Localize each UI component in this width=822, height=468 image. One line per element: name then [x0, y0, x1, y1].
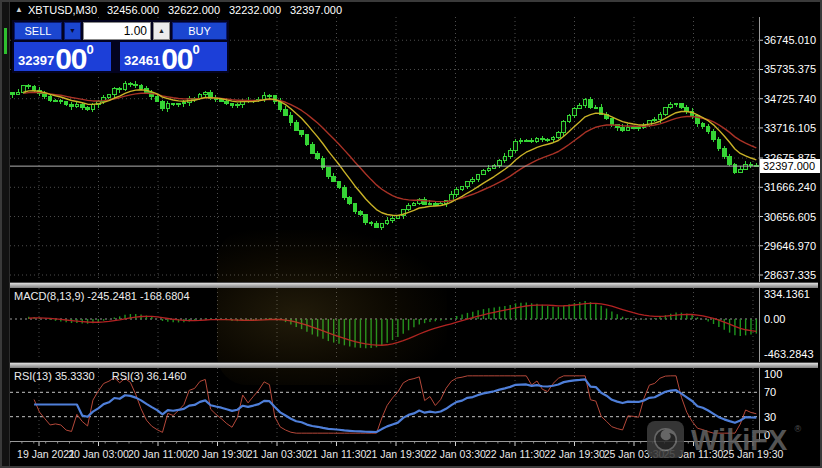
panel-splitter-macd[interactable]	[4, 282, 818, 288]
sell-price-big-digits: 00	[55, 46, 86, 71]
macd-name: MACD(8,13,9)	[14, 290, 84, 302]
buy-price-sup-digit: 0	[193, 42, 200, 57]
price-tick-label: 35735.375	[764, 63, 816, 75]
current-price-tag: 32397.000	[760, 159, 822, 173]
price-tick-label: 30656.605	[764, 211, 816, 223]
wikifx-logo-icon	[647, 421, 684, 458]
buy-price-big-digits: 00	[161, 46, 192, 71]
panel-splitter-rsi[interactable]	[4, 362, 818, 368]
buy-button[interactable]: BUY	[172, 22, 227, 40]
price-tick-label: 31666.240	[764, 181, 816, 193]
macd-tick-label: 334.1361	[764, 288, 810, 300]
macd-values: -245.2481 -168.6804	[87, 290, 189, 302]
price-axis-line	[759, 17, 760, 441]
left-window-edge	[2, 2, 10, 466]
chart-header: ▲ XBTUSD,M30 32456.000 32622.000 32232.0…	[10, 2, 820, 17]
bar-low-value: 32232.000	[229, 4, 281, 16]
symbol-menu-icon[interactable]: ▲	[15, 5, 23, 14]
rsi-tick-label: 100	[764, 368, 782, 380]
rsi-indicator-label: RSI(13) 35.3330 RSI(3) 36.1460	[14, 370, 200, 382]
sell-price-display: 32397 00 0	[14, 42, 111, 71]
price-tick-label: 33716.105	[764, 122, 816, 134]
wikifx-registered-mark: ®	[794, 424, 801, 434]
bar-high-value: 32622.000	[168, 4, 220, 16]
volume-decrease-button[interactable]: ▼	[64, 22, 81, 40]
rsi-tick-label: 70	[764, 386, 776, 398]
price-tick-label: 29646.970	[764, 240, 816, 252]
macd-indicator-label: MACD(8,13,9) -245.2481 -168.6804	[14, 290, 190, 302]
buy-price-display: 32461 00 0	[120, 42, 227, 71]
bar-close-value: 32397.000	[290, 4, 342, 16]
price-tick-label: 34725.740	[764, 93, 816, 105]
wikifx-watermark: WikiFX ®	[647, 421, 801, 458]
symbol-timeframe-label: XBTUSD,M30	[28, 4, 97, 16]
left-edge-green-marker	[4, 28, 7, 54]
bar-open-value: 32456.000	[107, 4, 159, 16]
volume-increase-button[interactable]: ▲	[153, 22, 170, 40]
one-click-trading-panel: SELL ▼ ▲ BUY 32397 00 0 32461 00 0	[11, 19, 230, 74]
rsi3-value: RSI(3) 36.1460	[112, 370, 187, 382]
macd-tick-label: 0.00	[764, 313, 785, 325]
macd-tick-label: -463.2843	[764, 348, 814, 360]
price-tick-label: 28637.335	[764, 269, 816, 281]
sell-button[interactable]: SELL	[14, 22, 62, 40]
wikifx-text: WikiFX	[691, 425, 787, 455]
rsi13-value: RSI(13) 35.3330	[14, 370, 95, 382]
volume-input[interactable]	[83, 22, 151, 40]
buy-price-main: 32461	[124, 53, 160, 68]
price-tick-label: 36745.010	[764, 34, 816, 46]
sell-price-sup-digit: 0	[87, 42, 94, 57]
mt4-chart-window: ▲ XBTUSD,M30 32456.000 32622.000 32232.0…	[0, 0, 822, 468]
sell-price-main: 32397	[18, 53, 54, 68]
